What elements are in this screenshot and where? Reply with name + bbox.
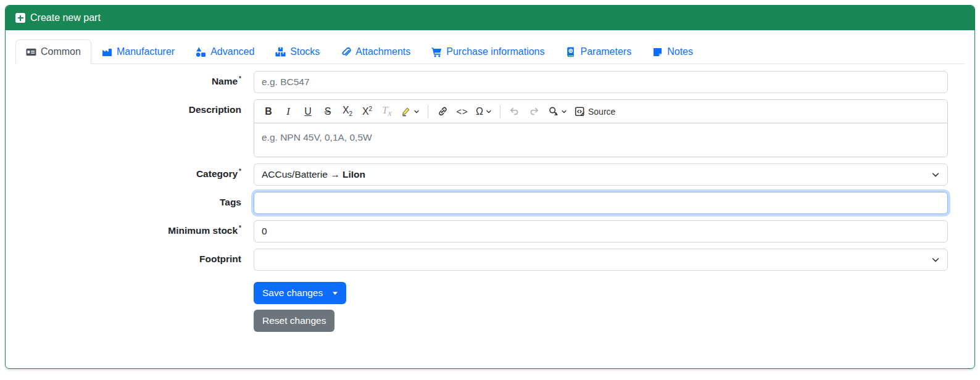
tab-label: Notes bbox=[667, 46, 693, 57]
button-zone: Save changes Reset changes bbox=[254, 282, 948, 332]
undo-icon bbox=[509, 106, 520, 117]
chevron-down-icon bbox=[931, 255, 940, 264]
name-row: Name* bbox=[15, 71, 948, 93]
description-label: Description bbox=[15, 99, 241, 157]
tab-label: Common bbox=[41, 46, 81, 57]
source-label: Source bbox=[588, 107, 615, 117]
category-value: ACCus/Batterie → LiIon bbox=[262, 169, 365, 180]
superscript-button[interactable]: X2 bbox=[358, 103, 376, 120]
page: Create new part Common Manufacturer Adva… bbox=[0, 0, 980, 380]
undo-button[interactable] bbox=[505, 103, 524, 120]
chevron-down-icon bbox=[561, 109, 567, 115]
required-asterisk: * bbox=[239, 225, 241, 231]
remove-format-button[interactable]: Tx bbox=[378, 103, 396, 120]
tab-notes[interactable]: Notes bbox=[642, 39, 704, 64]
minimum-stock-label: Minimum stock* bbox=[15, 220, 241, 242]
reset-changes-button[interactable]: Reset changes bbox=[254, 310, 334, 332]
footprint-row: Footprint bbox=[15, 249, 948, 271]
tab-label: Advanced bbox=[210, 46, 254, 57]
category-label: Category* bbox=[15, 163, 241, 186]
code-button[interactable]: <> bbox=[453, 103, 471, 120]
required-asterisk: * bbox=[239, 168, 241, 175]
minimum-stock-row: Minimum stock* bbox=[15, 220, 948, 242]
create-part-card: Create new part Common Manufacturer Adva… bbox=[5, 5, 975, 369]
cart-icon bbox=[431, 47, 442, 57]
tags-input[interactable] bbox=[254, 192, 948, 214]
tab-stocks[interactable]: Stocks bbox=[265, 39, 330, 64]
paperclip-icon bbox=[341, 47, 351, 57]
atlas-icon bbox=[565, 47, 576, 57]
tab-bar: Common Manufacturer Advanced Stocks Atta… bbox=[15, 39, 965, 64]
tab-label: Attachments bbox=[355, 46, 410, 57]
tab-advanced[interactable]: Advanced bbox=[185, 39, 265, 64]
redo-icon bbox=[529, 106, 539, 117]
description-row: Description B I U S X2 X2 Tx bbox=[15, 99, 948, 157]
shapes-icon bbox=[196, 47, 206, 57]
reset-label: Reset changes bbox=[262, 315, 326, 326]
chevron-down-icon bbox=[413, 109, 420, 115]
editor-toolbar: B I U S X2 X2 Tx bbox=[254, 100, 947, 123]
card-body: Common Manufacturer Advanced Stocks Atta… bbox=[6, 30, 974, 344]
redo-button[interactable] bbox=[525, 103, 544, 120]
square-plus-icon bbox=[15, 13, 25, 23]
highlight-button[interactable] bbox=[397, 103, 423, 120]
category-select[interactable]: ACCus/Batterie → LiIon bbox=[254, 163, 948, 186]
save-label: Save changes bbox=[262, 287, 323, 299]
tab-manufacturer[interactable]: Manufacturer bbox=[91, 39, 185, 64]
save-changes-button[interactable]: Save changes bbox=[254, 282, 346, 304]
link-icon bbox=[438, 106, 448, 117]
tab-label: Parameters bbox=[580, 46, 631, 57]
tab-label: Manufacturer bbox=[117, 46, 175, 57]
tags-label: Tags bbox=[15, 192, 241, 214]
tab-common[interactable]: Common bbox=[15, 39, 91, 64]
source-icon bbox=[575, 106, 586, 117]
description-textarea[interactable]: e.g. NPN 45V, 0,1A, 0,5W bbox=[254, 123, 947, 157]
chevron-down-icon bbox=[486, 109, 492, 115]
source-button[interactable]: Source bbox=[571, 103, 618, 120]
card-header: Create new part bbox=[6, 6, 974, 30]
omega-icon: Ω bbox=[476, 106, 483, 117]
name-input[interactable] bbox=[254, 71, 948, 93]
required-asterisk: * bbox=[239, 75, 241, 82]
marker-pen-icon bbox=[401, 106, 411, 117]
tab-label: Stocks bbox=[290, 46, 320, 57]
category-row: Category* ACCus/Batterie → LiIon bbox=[15, 163, 948, 186]
chevron-down-icon bbox=[931, 170, 940, 179]
caret-down-icon bbox=[333, 292, 338, 295]
find-replace-button[interactable] bbox=[545, 103, 570, 120]
boxes-stacked-icon bbox=[275, 47, 286, 57]
sticky-note-icon bbox=[652, 47, 663, 57]
tab-label: Purchase informations bbox=[446, 46, 544, 57]
footprint-label: Footprint bbox=[15, 249, 241, 271]
page-title: Create new part bbox=[30, 12, 101, 23]
description-editor: B I U S X2 X2 Tx bbox=[254, 99, 948, 157]
id-card-icon bbox=[26, 47, 36, 57]
underline-button[interactable]: U bbox=[299, 103, 317, 120]
tags-row: Tags bbox=[15, 192, 948, 214]
find-replace-icon bbox=[548, 106, 559, 117]
toolbar-separator bbox=[500, 105, 500, 118]
part-form: Name* Description B I U S X2 X2 Tx bbox=[15, 71, 965, 332]
minimum-stock-input[interactable] bbox=[254, 220, 948, 242]
factory-icon bbox=[102, 47, 112, 57]
tab-parameters[interactable]: Parameters bbox=[555, 39, 642, 64]
name-label: Name* bbox=[15, 71, 241, 93]
tab-attachments[interactable]: Attachments bbox=[330, 39, 421, 64]
footprint-select[interactable] bbox=[254, 249, 948, 271]
subscript-button[interactable]: X2 bbox=[338, 103, 357, 120]
bold-button[interactable]: B bbox=[259, 103, 278, 120]
italic-button[interactable]: I bbox=[279, 103, 297, 120]
strikethrough-button[interactable]: S bbox=[318, 103, 337, 120]
link-button[interactable] bbox=[433, 103, 452, 120]
special-characters-button[interactable]: Ω bbox=[473, 103, 495, 120]
tab-purchase-informations[interactable]: Purchase informations bbox=[421, 39, 555, 64]
toolbar-separator bbox=[428, 105, 428, 118]
